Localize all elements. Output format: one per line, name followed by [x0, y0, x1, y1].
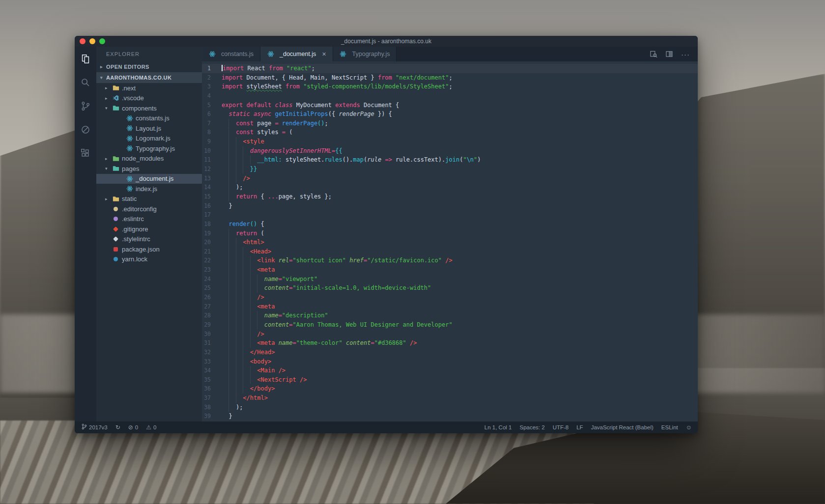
- tree-item-vscode[interactable]: ▸.vscode: [96, 93, 202, 104]
- open-editors-section[interactable]: ▸ OPEN EDITORS: [96, 61, 202, 72]
- tree-item-static[interactable]: ▸static: [96, 194, 202, 204]
- tree-item-index-js[interactable]: index.js: [96, 184, 202, 194]
- code-editor[interactable]: 1import React from "react";2import Docum…: [202, 61, 698, 421]
- more-actions-icon[interactable]: ···: [681, 50, 690, 58]
- open-preview-icon[interactable]: [650, 50, 657, 58]
- tree-item-node-modules[interactable]: ▸node_modules: [96, 154, 202, 164]
- split-editor-icon[interactable]: [665, 50, 673, 58]
- tab-typography-js[interactable]: Typography.js: [333, 47, 397, 61]
- code-line[interactable]: 25 content="initial-scale=1.0, width=dev…: [202, 283, 698, 293]
- code-line[interactable]: 27 <meta: [202, 302, 698, 311]
- status-label: Ln 1, Col 1: [484, 424, 512, 430]
- tree-item-eslintrc[interactable]: .eslintrc: [96, 214, 202, 224]
- code-line[interactable]: 29 content="Aaron Thomas, Web UI Designe…: [202, 320, 698, 330]
- search-icon[interactable]: [80, 77, 91, 88]
- tree-item-components[interactable]: ▾components: [96, 103, 202, 113]
- extensions-icon[interactable]: [80, 148, 91, 159]
- code-line[interactable]: 26 />: [202, 293, 698, 302]
- code-line[interactable]: 1import React from "react";: [202, 64, 698, 73]
- tab-document-js[interactable]: _document.js×: [260, 47, 333, 61]
- status-error[interactable]: ⊘0: [128, 424, 138, 431]
- tree-item-typography-js[interactable]: Typography.js: [96, 143, 202, 154]
- status-label: 2017v3: [89, 424, 108, 430]
- source-control-icon[interactable]: [80, 101, 91, 112]
- tree-item-constants-js[interactable]: constants.js: [96, 113, 202, 124]
- zoom-window-button[interactable]: [99, 38, 105, 44]
- code-line[interactable]: 21 <Head>: [202, 247, 698, 256]
- code-line[interactable]: 33 <body>: [202, 357, 698, 366]
- code-line[interactable]: 10 dangerouslySetInnerHTML={{: [202, 146, 698, 156]
- tree-item-next[interactable]: ▸.next: [96, 83, 202, 93]
- debug-icon[interactable]: [80, 124, 91, 135]
- tree-item-editorconfig[interactable]: .editorconfig: [96, 204, 202, 214]
- code-line[interactable]: 8 const styles = (: [202, 128, 698, 137]
- tree-item-label: .vscode: [122, 94, 144, 102]
- chevron-down-icon[interactable]: ▾: [105, 166, 112, 171]
- tree-item-package-json[interactable]: package.json: [96, 244, 202, 254]
- code-line[interactable]: 23 <meta: [202, 265, 698, 275]
- minimize-window-button[interactable]: [89, 38, 95, 44]
- status-smiley[interactable]: ☺: [686, 424, 692, 431]
- code-line[interactable]: 14 );: [202, 183, 698, 192]
- code-line[interactable]: 31 <meta name="theme-color" content="#d3…: [202, 338, 698, 348]
- chevron-right-icon[interactable]: ▸: [105, 85, 112, 90]
- code-line[interactable]: 4: [202, 91, 698, 101]
- code-line[interactable]: 18 render() {: [202, 220, 698, 229]
- code-line[interactable]: 39 }: [202, 412, 698, 421]
- tree-item-logomark-js[interactable]: Logomark.js: [96, 134, 202, 144]
- status-lf[interactable]: LF: [576, 424, 583, 430]
- code-line[interactable]: 19 return (: [202, 229, 698, 238]
- close-icon[interactable]: ×: [322, 51, 326, 57]
- status-ln-1-col-1[interactable]: Ln 1, Col 1: [484, 424, 512, 430]
- tree-item-gitignore[interactable]: .gitignore: [96, 224, 202, 234]
- status-javascript-react-babel[interactable]: JavaScript React (Babel): [591, 424, 654, 430]
- code-line[interactable]: 12 }}: [202, 165, 698, 174]
- status-eslint[interactable]: ESLint: [661, 424, 678, 430]
- code-line[interactable]: 34 <Main />: [202, 366, 698, 375]
- tab-bar: constants.js_document.js×Typography.js ·…: [202, 47, 698, 61]
- code-line[interactable]: 36 </body>: [202, 384, 698, 393]
- code-line[interactable]: 38 );: [202, 403, 698, 412]
- status-warning[interactable]: ⚠0: [146, 424, 156, 431]
- code-line[interactable]: 3import styleSheet from "styled-componen…: [202, 82, 698, 91]
- code-line[interactable]: 6 static async getInitialProps({ renderP…: [202, 110, 698, 119]
- chevron-down-icon[interactable]: ▾: [105, 106, 112, 111]
- code-line[interactable]: 13 />: [202, 174, 698, 183]
- chevron-right-icon[interactable]: ▸: [105, 96, 112, 101]
- code-line[interactable]: 5export default class MyDocument extends…: [202, 101, 698, 110]
- line-number: 35: [202, 375, 222, 385]
- title-bar[interactable]: _document.js - aaronthomas.co.uk: [75, 36, 698, 47]
- status-spaces-2[interactable]: Spaces: 2: [519, 424, 544, 430]
- tree-item-stylelintrc[interactable]: .stylelintrc: [96, 234, 202, 245]
- tab-constants-js[interactable]: constants.js: [202, 47, 260, 61]
- code-line[interactable]: 32 </Head>: [202, 348, 698, 357]
- chevron-right-icon[interactable]: ▸: [105, 196, 112, 201]
- tree-item-pages[interactable]: ▾pages: [96, 164, 202, 174]
- code-line[interactable]: 16 }: [202, 201, 698, 211]
- tree-item-yarn-lock[interactable]: yarn.lock: [96, 254, 202, 265]
- code-line[interactable]: 2import Document, { Head, Main, NextScri…: [202, 73, 698, 83]
- code-line[interactable]: 15 return { ...page, styles };: [202, 192, 698, 201]
- code-line[interactable]: 35 <NextScript />: [202, 375, 698, 385]
- tree-item-document-js[interactable]: _document.js: [96, 174, 202, 184]
- code-line[interactable]: 22 <link rel="shortcut icon" href="/stat…: [202, 256, 698, 265]
- explorer-icon[interactable]: [80, 54, 91, 64]
- tree-item-label: .eslintrc: [122, 215, 144, 223]
- code-line[interactable]: 20 <html>: [202, 238, 698, 247]
- close-window-button[interactable]: [80, 38, 85, 44]
- status-branch[interactable]: 2017v3: [82, 423, 108, 431]
- code-line[interactable]: 17: [202, 210, 698, 220]
- code-line[interactable]: 30 />: [202, 330, 698, 339]
- code-line[interactable]: 9 <style: [202, 137, 698, 146]
- tree-item-layout-js[interactable]: Layout.js: [96, 123, 202, 134]
- editor-group: constants.js_document.js×Typography.js ·…: [202, 47, 698, 421]
- status-utf-8[interactable]: UTF-8: [553, 424, 569, 430]
- code-line[interactable]: 7 const page = renderPage();: [202, 119, 698, 128]
- code-line[interactable]: 37 </html>: [202, 393, 698, 403]
- status-sync[interactable]: ↻: [115, 424, 120, 431]
- chevron-right-icon[interactable]: ▸: [105, 156, 112, 161]
- code-line[interactable]: 24 name="viewport": [202, 275, 698, 284]
- code-line[interactable]: 28 name="description": [202, 311, 698, 320]
- project-section[interactable]: ▾ AARONTHOMAS.CO.UK: [96, 72, 202, 83]
- code-line[interactable]: 11 __html: styleSheet.rules().map(rule =…: [202, 155, 698, 165]
